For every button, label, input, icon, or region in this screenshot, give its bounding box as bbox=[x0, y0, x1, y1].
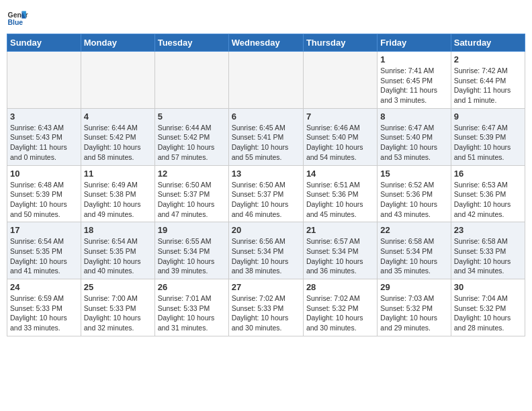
day-header-saturday: Saturday bbox=[451, 34, 525, 52]
day-info: Sunrise: 6:58 AMSunset: 5:34 PMDaylight:… bbox=[380, 236, 447, 276]
day-number: 11 bbox=[84, 169, 152, 179]
calendar-week-row: 1Sunrise: 7:41 AMSunset: 6:45 PMDaylight… bbox=[7, 52, 525, 109]
calendar-cell: 8Sunrise: 6:47 AMSunset: 5:40 PMDaylight… bbox=[378, 108, 451, 165]
day-number: 22 bbox=[380, 225, 447, 235]
day-number: 25 bbox=[84, 282, 152, 292]
day-number: 19 bbox=[158, 225, 226, 235]
calendar-cell: 22Sunrise: 6:58 AMSunset: 5:34 PMDayligh… bbox=[378, 222, 451, 279]
day-info: Sunrise: 6:57 AMSunset: 5:34 PMDaylight:… bbox=[306, 236, 374, 276]
day-number: 27 bbox=[232, 282, 300, 292]
calendar-week-row: 24Sunrise: 6:59 AMSunset: 5:33 PMDayligh… bbox=[7, 279, 525, 336]
svg-text:Blue: Blue bbox=[8, 19, 24, 26]
calendar-cell: 1Sunrise: 7:41 AMSunset: 6:45 PMDaylight… bbox=[378, 52, 451, 109]
day-info: Sunrise: 6:56 AMSunset: 5:34 PMDaylight:… bbox=[232, 236, 300, 276]
day-info: Sunrise: 6:54 AMSunset: 5:35 PMDaylight:… bbox=[10, 236, 78, 276]
calendar-cell: 12Sunrise: 6:50 AMSunset: 5:37 PMDayligh… bbox=[154, 165, 228, 222]
calendar-cell: 27Sunrise: 7:02 AMSunset: 5:33 PMDayligh… bbox=[228, 279, 303, 336]
day-info: Sunrise: 7:00 AMSunset: 5:33 PMDaylight:… bbox=[84, 293, 152, 333]
day-number: 20 bbox=[232, 225, 300, 235]
day-number: 21 bbox=[306, 225, 374, 235]
logo-icon: General Blue bbox=[7, 7, 28, 28]
day-number: 16 bbox=[454, 169, 522, 179]
calendar-cell: 17Sunrise: 6:54 AMSunset: 5:35 PMDayligh… bbox=[7, 222, 81, 279]
calendar-cell: 18Sunrise: 6:54 AMSunset: 5:35 PMDayligh… bbox=[81, 222, 154, 279]
day-number: 24 bbox=[10, 282, 78, 292]
calendar-cell bbox=[303, 52, 377, 109]
day-info: Sunrise: 6:51 AMSunset: 5:36 PMDaylight:… bbox=[306, 180, 374, 220]
calendar-cell: 11Sunrise: 6:49 AMSunset: 5:38 PMDayligh… bbox=[81, 165, 154, 222]
day-info: Sunrise: 6:44 AMSunset: 5:42 PMDaylight:… bbox=[84, 123, 152, 163]
day-info: Sunrise: 7:42 AMSunset: 6:44 PMDaylight:… bbox=[454, 66, 522, 105]
day-number: 2 bbox=[454, 54, 522, 64]
calendar-week-row: 10Sunrise: 6:48 AMSunset: 5:39 PMDayligh… bbox=[7, 165, 525, 222]
day-number: 1 bbox=[380, 54, 447, 64]
day-header-tuesday: Tuesday bbox=[154, 34, 228, 52]
calendar-cell: 10Sunrise: 6:48 AMSunset: 5:39 PMDayligh… bbox=[7, 165, 81, 222]
calendar-cell: 25Sunrise: 7:00 AMSunset: 5:33 PMDayligh… bbox=[81, 279, 154, 336]
calendar-cell: 6Sunrise: 6:45 AMSunset: 5:41 PMDaylight… bbox=[228, 108, 303, 165]
day-number: 23 bbox=[454, 225, 522, 235]
day-info: Sunrise: 6:59 AMSunset: 5:33 PMDaylight:… bbox=[10, 293, 78, 333]
calendar-cell: 28Sunrise: 7:02 AMSunset: 5:32 PMDayligh… bbox=[303, 279, 377, 336]
day-number: 5 bbox=[158, 111, 226, 122]
calendar-cell: 4Sunrise: 6:44 AMSunset: 5:42 PMDaylight… bbox=[81, 108, 154, 165]
calendar-week-row: 17Sunrise: 6:54 AMSunset: 5:35 PMDayligh… bbox=[7, 222, 525, 279]
calendar-header-row: SundayMondayTuesdayWednesdayThursdayFrid… bbox=[7, 34, 525, 52]
day-number: 6 bbox=[232, 111, 300, 122]
day-number: 26 bbox=[158, 282, 226, 292]
calendar-cell: 30Sunrise: 7:04 AMSunset: 5:32 PMDayligh… bbox=[451, 279, 525, 336]
calendar-cell: 3Sunrise: 6:43 AMSunset: 5:43 PMDaylight… bbox=[7, 108, 81, 165]
calendar-cell: 15Sunrise: 6:52 AMSunset: 5:36 PMDayligh… bbox=[378, 165, 451, 222]
day-number: 8 bbox=[380, 111, 447, 122]
calendar-cell bbox=[154, 52, 228, 109]
logo: General Blue bbox=[7, 7, 28, 28]
day-info: Sunrise: 6:54 AMSunset: 5:35 PMDaylight:… bbox=[84, 236, 152, 276]
calendar-cell: 9Sunrise: 6:47 AMSunset: 5:39 PMDaylight… bbox=[451, 108, 525, 165]
calendar-cell: 24Sunrise: 6:59 AMSunset: 5:33 PMDayligh… bbox=[7, 279, 81, 336]
calendar-cell: 13Sunrise: 6:50 AMSunset: 5:37 PMDayligh… bbox=[228, 165, 303, 222]
day-number: 7 bbox=[306, 111, 374, 122]
calendar-cell: 5Sunrise: 6:44 AMSunset: 5:42 PMDaylight… bbox=[154, 108, 228, 165]
day-header-friday: Friday bbox=[378, 34, 451, 52]
day-number: 4 bbox=[84, 111, 152, 122]
day-number: 12 bbox=[158, 169, 226, 179]
day-info: Sunrise: 7:41 AMSunset: 6:45 PMDaylight:… bbox=[380, 66, 447, 105]
day-info: Sunrise: 6:47 AMSunset: 5:39 PMDaylight:… bbox=[454, 123, 522, 163]
calendar-cell: 16Sunrise: 6:53 AMSunset: 5:36 PMDayligh… bbox=[451, 165, 525, 222]
day-info: Sunrise: 7:02 AMSunset: 5:33 PMDaylight:… bbox=[232, 293, 300, 333]
calendar-cell: 23Sunrise: 6:58 AMSunset: 5:33 PMDayligh… bbox=[451, 222, 525, 279]
calendar-cell: 29Sunrise: 7:03 AMSunset: 5:32 PMDayligh… bbox=[378, 279, 451, 336]
day-number: 29 bbox=[380, 282, 447, 292]
day-number: 10 bbox=[10, 169, 78, 179]
calendar-cell bbox=[228, 52, 303, 109]
day-info: Sunrise: 6:43 AMSunset: 5:43 PMDaylight:… bbox=[10, 123, 78, 163]
calendar-cell: 2Sunrise: 7:42 AMSunset: 6:44 PMDaylight… bbox=[451, 52, 525, 109]
day-info: Sunrise: 6:47 AMSunset: 5:40 PMDaylight:… bbox=[380, 123, 447, 163]
calendar-cell: 19Sunrise: 6:55 AMSunset: 5:34 PMDayligh… bbox=[154, 222, 228, 279]
day-info: Sunrise: 7:04 AMSunset: 5:32 PMDaylight:… bbox=[454, 293, 522, 333]
day-info: Sunrise: 6:58 AMSunset: 5:33 PMDaylight:… bbox=[454, 236, 522, 276]
day-info: Sunrise: 6:50 AMSunset: 5:37 PMDaylight:… bbox=[232, 180, 300, 220]
calendar-cell: 7Sunrise: 6:46 AMSunset: 5:40 PMDaylight… bbox=[303, 108, 377, 165]
day-number: 30 bbox=[454, 282, 522, 292]
day-header-thursday: Thursday bbox=[303, 34, 377, 52]
day-info: Sunrise: 7:01 AMSunset: 5:33 PMDaylight:… bbox=[158, 293, 226, 333]
day-info: Sunrise: 7:02 AMSunset: 5:32 PMDaylight:… bbox=[306, 293, 374, 333]
day-number: 3 bbox=[10, 111, 78, 122]
day-header-monday: Monday bbox=[81, 34, 154, 52]
day-info: Sunrise: 6:53 AMSunset: 5:36 PMDaylight:… bbox=[454, 180, 522, 220]
calendar-cell: 14Sunrise: 6:51 AMSunset: 5:36 PMDayligh… bbox=[303, 165, 377, 222]
day-info: Sunrise: 6:50 AMSunset: 5:37 PMDaylight:… bbox=[158, 180, 226, 220]
calendar-cell: 26Sunrise: 7:01 AMSunset: 5:33 PMDayligh… bbox=[154, 279, 228, 336]
calendar-table: SundayMondayTuesdayWednesdayThursdayFrid… bbox=[7, 34, 525, 336]
day-header-wednesday: Wednesday bbox=[228, 34, 303, 52]
day-info: Sunrise: 6:46 AMSunset: 5:40 PMDaylight:… bbox=[306, 123, 374, 163]
day-info: Sunrise: 6:45 AMSunset: 5:41 PMDaylight:… bbox=[232, 123, 300, 163]
day-info: Sunrise: 6:48 AMSunset: 5:39 PMDaylight:… bbox=[10, 180, 78, 220]
day-number: 15 bbox=[380, 169, 447, 179]
day-info: Sunrise: 6:49 AMSunset: 5:38 PMDaylight:… bbox=[84, 180, 152, 220]
calendar-cell bbox=[81, 52, 154, 109]
day-info: Sunrise: 6:55 AMSunset: 5:34 PMDaylight:… bbox=[158, 236, 226, 276]
day-number: 9 bbox=[454, 111, 522, 122]
day-number: 28 bbox=[306, 282, 374, 292]
